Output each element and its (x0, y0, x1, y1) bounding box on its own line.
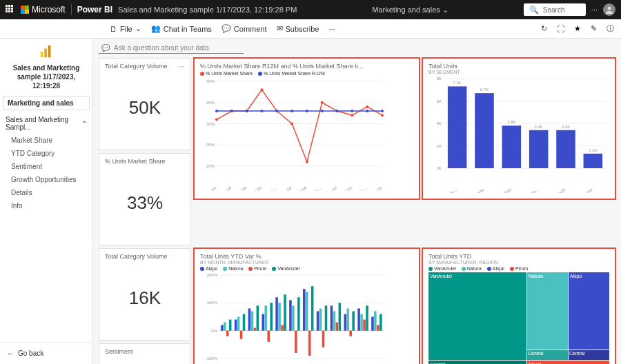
page-info[interactable]: Info (0, 199, 92, 212)
subscribe-button[interactable]: ✉Subscribe (277, 24, 319, 33)
svg-point-26 (215, 110, 218, 112)
page-switcher[interactable]: Marketing and sales ⌄ (302, 6, 518, 14)
qna-bar[interactable]: 💬Ask a question about your data (99, 43, 615, 54)
svg-rect-115 (297, 297, 300, 330)
kpi-value: 68 (105, 355, 185, 364)
svg-rect-127 (331, 306, 333, 331)
svg-text:3.8K: 3.8K (507, 120, 515, 124)
tree-pir: Pirum (526, 360, 609, 364)
tree-ali-central: Central (568, 350, 609, 360)
svg-text:25%: 25% (206, 143, 215, 147)
comment-button[interactable]: 💬Comment (221, 24, 267, 33)
svg-point-36 (366, 110, 368, 112)
mail-icon: ✉ (277, 24, 283, 33)
page-sentiment[interactable]: Sentiment (0, 160, 92, 173)
file-menu[interactable]: 🗋File ⌄ (110, 24, 141, 33)
svg-text:20%: 20% (206, 164, 215, 168)
svg-rect-135 (352, 312, 355, 331)
svg-text:Youth: Youth (555, 188, 566, 193)
svg-point-32 (306, 110, 308, 112)
svg-rect-119 (308, 331, 311, 356)
svg-text:All Sea...: All Sea... (523, 188, 539, 193)
tile-total-units-ytd-tree[interactable]: Total Units YTD BY MANUFACTURER, REGION … (422, 248, 615, 364)
nav-pane: Sales and Marketing sample 1/17/2023, 12… (0, 39, 93, 364)
svg-rect-110 (284, 294, 286, 330)
tile-title: Total Category Volume (105, 253, 185, 260)
svg-rect-122 (317, 312, 319, 331)
tree-nat: Natura (526, 272, 568, 350)
svg-point-20 (306, 161, 308, 163)
more-menu[interactable]: ··· (328, 25, 335, 33)
svg-text:-100%: -100% (206, 356, 218, 361)
chevron-down-icon: ⌄ (442, 6, 448, 14)
svg-point-31 (290, 110, 293, 112)
svg-point-0 (608, 7, 611, 10)
tile-total-category-volume[interactable]: Total Category Volume··· 50K (99, 58, 191, 150)
edit-button[interactable]: ✎ (591, 24, 597, 33)
svg-point-14 (215, 119, 218, 121)
svg-rect-99 (254, 328, 257, 331)
go-back-button[interactable]: ←Go back (0, 342, 92, 364)
svg-point-24 (366, 105, 368, 108)
tile-market-share-line[interactable]: % Units Market Share R12M and % Units Ma… (194, 58, 420, 199)
svg-rect-112 (289, 300, 292, 330)
chat-teams-button[interactable]: 👥Chat in Teams (151, 24, 212, 33)
tile-total-units-bar[interactable]: Total Units BY SEGMENT 0K2K4K6K8K7.3KPro… (422, 58, 615, 199)
svg-text:100%: 100% (207, 301, 218, 305)
tile-units-market-share[interactable]: % Units Market Share 33% (99, 153, 191, 245)
favorite-button[interactable]: ★ (574, 24, 581, 33)
more-button[interactable]: ··· (591, 6, 598, 14)
svg-text:Select: Select (500, 188, 512, 193)
svg-rect-87 (221, 325, 224, 331)
refresh-button[interactable]: ↻ (541, 24, 547, 33)
svg-text:May-...: May-... (265, 185, 277, 191)
dashboard-item[interactable]: Marketing and sales (3, 96, 90, 110)
tile-more-icon[interactable]: ··· (179, 63, 185, 70)
dataset-item[interactable]: Sales and Marketing Sampl...⌃ (0, 113, 92, 134)
svg-rect-128 (333, 312, 336, 331)
page-details[interactable]: Details (0, 186, 92, 199)
svg-rect-105 (270, 303, 273, 330)
svg-rect-93 (237, 317, 240, 331)
tile-total-category-volume-2[interactable]: Total Category Volume 16K (99, 248, 191, 341)
page-growth[interactable]: Growth Opportunities (0, 173, 92, 186)
svg-text:0%: 0% (211, 329, 217, 333)
tree-van: VanArsdel (428, 272, 526, 360)
tile-subtitle: BY MANUFACTURER, REGION (428, 260, 609, 265)
svg-text:Jun-14: Jun-14 (280, 185, 293, 191)
svg-rect-95 (243, 314, 246, 331)
global-header: Microsoft Power BI Sales and Marketing s… (0, 0, 621, 19)
svg-rect-142 (371, 317, 374, 331)
tile-title: % Units Market Share (105, 158, 185, 165)
svg-text:Oct-14: Oct-14 (340, 185, 353, 191)
tile-subtitle: BY SEGMENT (428, 70, 609, 74)
svg-point-23 (351, 114, 353, 117)
svg-rect-134 (349, 331, 352, 336)
svg-text:0K: 0K (437, 166, 442, 170)
tile-ytd-var-cluster[interactable]: Total Units YTD Var % BY MONTH, MANUFACT… (194, 248, 420, 364)
tile-title: Sentiment (105, 348, 185, 355)
search-icon: 🔍 (529, 6, 539, 14)
svg-rect-129 (336, 323, 339, 331)
page-ytd-category[interactable]: YTD Category (0, 147, 92, 160)
tile-title: Total Units (428, 63, 609, 70)
svg-text:30%: 30% (206, 122, 215, 126)
svg-point-28 (246, 110, 248, 112)
tile-sentiment[interactable]: Sentiment 68 (99, 343, 191, 364)
svg-rect-130 (339, 303, 342, 330)
tile-title: Total Units YTD Var % (200, 253, 413, 260)
info-button[interactable]: ⓘ (607, 23, 614, 34)
svg-rect-120 (311, 286, 314, 331)
cluster-chart: -100%0%100%200%Jan-14Feb-14Mar-14Apr-14M… (200, 272, 386, 364)
search-input[interactable]: 🔍 Search (524, 3, 586, 16)
kpi-value: 33% (105, 165, 185, 241)
svg-text:Produ...: Produ... (444, 188, 458, 193)
tile-title: % Units Market Share R12M and % Units Ma… (200, 63, 413, 70)
fullscreen-button[interactable]: ⛶ (557, 25, 564, 33)
page-market-share[interactable]: Market Share (0, 134, 92, 147)
svg-text:200%: 200% (207, 273, 218, 277)
user-avatar[interactable] (603, 3, 615, 16)
svg-text:Aug-...: Aug-... (310, 185, 323, 191)
app-launcher-icon[interactable] (6, 5, 15, 14)
svg-rect-2 (44, 48, 47, 57)
